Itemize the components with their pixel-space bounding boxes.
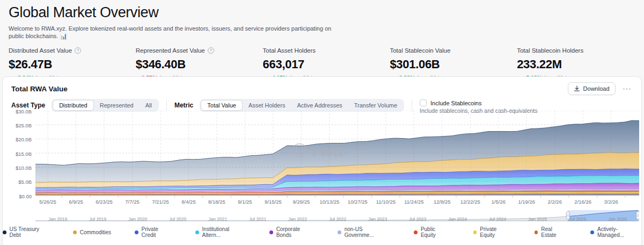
metric-segmented-control: Total Value Asset Holders Active Address…: [200, 99, 404, 112]
brush-tick-label: Jan 2021: [208, 217, 227, 222]
x-axis-tick-label: 6/9/25: [69, 199, 83, 205]
x-axis-tick-label: 6/23/25: [96, 199, 113, 205]
brush-tick-label: Jul 2021: [249, 217, 266, 222]
brush-tick-label: Jan 2020: [128, 217, 147, 222]
page-subtitle: Welcome to RWA.xyz. Explore tokenized re…: [9, 25, 427, 40]
brush-tick-label: Jan 2026: [608, 217, 627, 222]
stat-label: Distributed Asset Value: [9, 47, 72, 54]
legend-dot: [414, 230, 418, 234]
stat-label: Total Stablecoin Holders: [517, 47, 583, 54]
metric-option-total-value[interactable]: Total Value: [201, 100, 243, 111]
legend-item-private-credit[interactable]: Private Credit: [135, 226, 172, 238]
y-axis-labels: $30.0B$25.0B$20.0B$15.0B$10.0B$5.0B$0.00: [4, 111, 32, 196]
metric-option-transfer-volume[interactable]: Transfer Volume: [348, 100, 403, 111]
legend-item-public-equity[interactable]: Public Equity: [414, 226, 449, 238]
legend-dot: [473, 230, 477, 234]
legend-label: US Treasury Debt: [10, 226, 49, 238]
asset-type-option-distributed[interactable]: Distributed: [53, 100, 94, 111]
stat-label: Total Stablecoin Value: [390, 47, 450, 54]
legend-label: Private Equity: [480, 226, 511, 238]
x-axis-tick-label: 2/16/26: [574, 199, 591, 205]
legend-item-corporate-bonds[interactable]: Corporate Bonds: [269, 226, 314, 238]
x-axis-tick-label: 9/1/25: [238, 199, 252, 205]
legend-item-us-treasury-debt[interactable]: US Treasury Debt: [3, 226, 49, 238]
chart-filter-row: Asset Type Distributed Represented All M…: [3, 95, 641, 112]
brush-tick-label: Jan 2023: [368, 217, 387, 222]
metric-option-active-addresses[interactable]: Active Addresses: [291, 100, 348, 111]
stat-label: Represented Asset Value: [136, 47, 205, 54]
brush-tick-label: Jan 2025: [528, 217, 547, 222]
asset-type-option-represented[interactable]: Represented: [94, 100, 140, 111]
y-axis-tick-label: $20.0B: [16, 136, 32, 142]
divider: [412, 99, 412, 111]
legend-dot: [195, 230, 199, 234]
x-axis-tick-label: 7/7/25: [125, 199, 139, 205]
x-axis-tick-label: 9/15/25: [265, 199, 282, 205]
stat-value: 233.22M: [517, 57, 644, 71]
y-axis-tick-label: $25.0B: [16, 122, 32, 128]
x-axis-tick-label: 7/21/25: [152, 199, 169, 205]
x-axis-tick-label: 10/13/25: [319, 199, 339, 205]
brush-tick-label: Jul 2020: [169, 217, 186, 222]
stat-label: Total Asset Holders: [263, 47, 316, 54]
brush-tick-label: Jul 2019: [89, 217, 106, 222]
x-axis-tick-label: 1/5/26: [492, 199, 506, 205]
legend-item-commodities[interactable]: Commodities: [73, 226, 111, 238]
metric-option-asset-holders[interactable]: Asset Holders: [243, 100, 291, 111]
download-button[interactable]: Download: [568, 82, 616, 95]
total-rwa-value-card: Total RWA Value Download ··· Asset Type …: [2, 76, 642, 245]
include-stablecoins-label: Include Stablecoins: [430, 100, 481, 106]
legend-dot: [269, 230, 273, 234]
x-axis-tick-label: 9/29/25: [293, 199, 310, 205]
metric-label: Metric: [174, 99, 193, 112]
asset-type-option-all[interactable]: All: [140, 100, 158, 111]
brush-timeline-labels: Jan 2019Jul 2019Jan 2020Jul 2020Jan 2021…: [35, 210, 639, 223]
legend-item-real-estate[interactable]: Real Estate: [535, 226, 567, 238]
legend-label: Actively-Managed...: [597, 226, 641, 238]
brush-tick-label: Jul 2023: [409, 217, 426, 222]
legend-item-private-equity[interactable]: Private Equity: [473, 226, 511, 238]
legend-dot: [535, 230, 538, 234]
x-axis-tick-label: 2/2/26: [548, 199, 562, 205]
page-title: Global Market Overview: [9, 4, 635, 21]
include-stablecoins-checkbox[interactable]: [420, 99, 427, 106]
chart-legend: US Treasury DebtCommoditiesPrivate Credi…: [3, 226, 641, 238]
legend-label: Real Estate: [541, 226, 567, 238]
y-axis-tick-label: $5.0B: [18, 179, 32, 185]
x-axis-tick-label: 10/27/25: [348, 199, 368, 205]
x-axis-tick-label: 12/8/25: [434, 199, 451, 205]
page-subtitle-line1: Welcome to RWA.xyz. Explore tokenized re…: [9, 25, 427, 32]
info-icon[interactable]: ?: [208, 47, 214, 54]
legend-label: Institutional Altern...: [202, 226, 246, 238]
brush-tick-label: Jan 2024: [448, 217, 467, 222]
legend-dot: [73, 230, 77, 234]
stat-value: $26.47B: [9, 57, 136, 71]
info-icon[interactable]: ?: [75, 47, 81, 54]
stat-value: $346.40B: [136, 57, 263, 71]
legend-item-actively-managed[interactable]: Actively-Managed...: [590, 226, 641, 238]
y-axis-tick-label: $15.0B: [16, 151, 32, 157]
stat-value: 663,017: [263, 57, 390, 71]
overflow-menu-button[interactable]: ···: [621, 83, 634, 95]
y-axis-tick-label: $0.00: [19, 193, 32, 199]
legend-dot: [590, 230, 594, 234]
stacked-area-chart[interactable]: [35, 111, 639, 198]
date-range-brush[interactable]: Jan 2019Jul 2019Jan 2020Jul 2020Jan 2021…: [35, 210, 639, 223]
stat-value: $301.06B: [390, 57, 517, 71]
legend-dot: [3, 230, 6, 234]
download-icon: [574, 85, 580, 92]
x-axis-tick-label: 11/10/25: [376, 199, 396, 205]
page-subtitle-line2: public blockchains. 📊: [9, 32, 427, 40]
brush-tick-label: Jan 2022: [288, 217, 307, 222]
x-axis-tick-label: 8/18/25: [208, 199, 225, 205]
legend-dot: [338, 230, 341, 234]
legend-item-non-us-governme[interactable]: non-US Governme...: [338, 226, 390, 238]
brush-tick-label: Jan 2019: [48, 217, 67, 222]
x-axis-tick-label: 5/26/25: [39, 199, 56, 205]
legend-label: Corporate Bonds: [276, 226, 314, 238]
legend-label: Public Equity: [421, 226, 450, 238]
x-axis-tick-label: 8/4/25: [181, 199, 195, 205]
legend-item-institutional-altern[interactable]: Institutional Altern...: [195, 226, 246, 238]
x-axis-tick-label: 11/24/25: [404, 199, 423, 205]
download-button-label: Download: [583, 85, 610, 92]
